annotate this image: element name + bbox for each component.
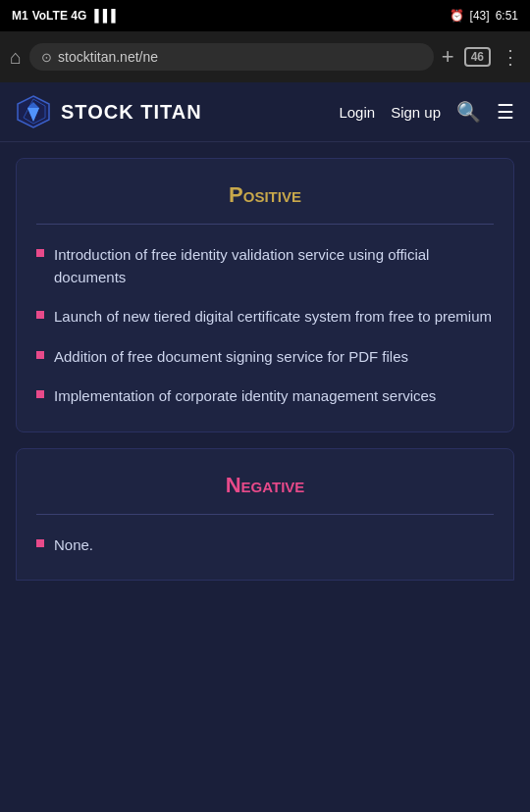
home-icon[interactable]: ⌂	[10, 46, 22, 69]
url-bar[interactable]: ⊙ stocktitan.net/ne	[29, 43, 434, 71]
bullet-text: Addition of free document signing servic…	[54, 346, 408, 369]
url-text: stocktitan.net/ne	[58, 49, 158, 65]
list-item: None.	[36, 534, 494, 557]
status-left: M1 VoLTE 4G ▐▐▐	[12, 9, 116, 23]
site-icon: ⊙	[41, 50, 52, 65]
menu-icon[interactable]: ☰	[497, 100, 514, 124]
signup-link[interactable]: Sign up	[391, 104, 441, 121]
time-display: 6:51	[496, 9, 518, 23]
bullet-text: None.	[54, 534, 93, 557]
signal-icon: ▐▐▐	[90, 9, 116, 23]
bullet-icon	[36, 311, 44, 319]
positive-divider	[36, 224, 494, 225]
carrier-text: M1	[12, 9, 28, 23]
new-tab-button[interactable]: +	[442, 44, 454, 70]
nav-links: Login Sign up 🔍 ☰	[339, 100, 514, 124]
logo-container: STOCK TITAN	[16, 94, 202, 129]
negative-title: Negative	[36, 473, 494, 498]
bullet-icon	[36, 390, 44, 398]
status-right: ⏰ [43] 6:51	[450, 9, 518, 23]
status-bar: M1 VoLTE 4G ▐▐▐ ⏰ [43] 6:51	[0, 0, 530, 31]
logo-text: STOCK TITAN	[61, 101, 202, 124]
list-item: Launch of new tiered digital certificate…	[36, 306, 494, 329]
battery-level: [43]	[470, 9, 490, 23]
bullet-text: Introduction of free identity validation…	[54, 244, 494, 288]
list-item: Addition of free document signing servic…	[36, 346, 494, 369]
main-content: Positive Introduction of free identity v…	[0, 158, 530, 581]
negative-divider	[36, 514, 494, 515]
negative-section: Negative None.	[16, 448, 514, 582]
logo-icon	[16, 94, 51, 129]
alarm-icon: ⏰	[450, 9, 464, 23]
list-item: Introduction of free identity validation…	[36, 244, 494, 288]
browser-actions: + 46 ⋮	[442, 44, 520, 70]
network-text: VoLTE 4G	[32, 9, 87, 23]
bullet-text: Implementation of corporate identity man…	[54, 385, 436, 408]
bullet-icon	[36, 539, 44, 547]
bullet-icon	[36, 249, 44, 257]
positive-section: Positive Introduction of free identity v…	[16, 158, 514, 432]
login-link[interactable]: Login	[339, 104, 375, 121]
positive-bullet-list: Introduction of free identity validation…	[36, 244, 494, 408]
browser-menu-button[interactable]: ⋮	[501, 45, 520, 69]
bullet-text: Launch of new tiered digital certificate…	[54, 306, 492, 329]
bullet-icon	[36, 351, 44, 359]
nav-bar: STOCK TITAN Login Sign up 🔍 ☰	[0, 82, 530, 142]
tab-count-badge[interactable]: 46	[464, 47, 491, 67]
search-icon[interactable]: 🔍	[456, 100, 481, 124]
positive-title: Positive	[36, 182, 494, 208]
list-item: Implementation of corporate identity man…	[36, 385, 494, 408]
negative-bullet-list: None.	[36, 534, 494, 557]
browser-bar: ⌂ ⊙ stocktitan.net/ne + 46 ⋮	[0, 31, 530, 82]
